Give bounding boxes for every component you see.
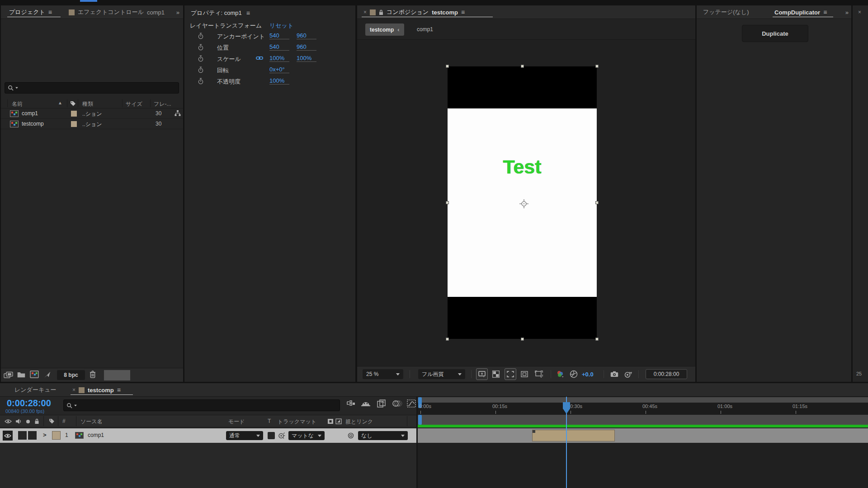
track-matte-pickwhip-icon[interactable] — [278, 432, 285, 440]
selection-handle[interactable] — [595, 65, 599, 68]
position-label[interactable]: 位置 — [217, 44, 229, 52]
resolution-dropdown[interactable]: フル画質 — [418, 369, 465, 379]
work-area-top-band[interactable] — [418, 397, 868, 403]
stopwatch-icon[interactable] — [198, 33, 203, 39]
graph-editor-icon[interactable] — [407, 399, 416, 408]
anchor-y-value[interactable]: 960 — [297, 32, 316, 39]
timeline-empty-right[interactable] — [418, 443, 868, 488]
col-parent-link[interactable]: 親とリンク — [345, 418, 373, 426]
col-size[interactable]: サイズ — [126, 100, 142, 108]
col-source-name[interactable]: ソース名 — [80, 418, 103, 426]
layer-mode-dropdown[interactable]: 通常 — [226, 431, 263, 440]
panel-menu-icon[interactable]: ≡ — [117, 386, 121, 394]
anchor-point-icon[interactable] — [519, 198, 529, 209]
comp-viewer[interactable]: Test — [357, 40, 695, 366]
stopwatch-icon[interactable] — [198, 44, 203, 51]
region-of-interest-icon[interactable] — [505, 368, 516, 380]
snapshot-camera-icon[interactable] — [609, 370, 619, 379]
exposure-value[interactable]: +0.0 — [582, 371, 594, 378]
project-search[interactable] — [5, 82, 179, 94]
canvas-text-layer[interactable]: Test — [448, 156, 597, 178]
col-layer-number[interactable]: # — [62, 418, 66, 424]
track-matte-dropdown[interactable]: マットな — [288, 431, 325, 440]
link-dimensions-icon[interactable] — [256, 56, 263, 60]
composition-mini-flowchart-icon[interactable] — [346, 400, 355, 408]
solo-column-icon[interactable] — [26, 420, 30, 423]
timeline-search[interactable] — [63, 399, 340, 411]
layer-row-comp1[interactable]: > 1 comp1 通常 マットな なし — [0, 428, 416, 443]
color-depth-button[interactable]: 8 bpc — [57, 370, 85, 380]
scale-y-value[interactable]: 100% — [297, 55, 316, 62]
more-panels-chevron[interactable]: » — [176, 5, 179, 19]
panel-menu-icon[interactable]: ≡ — [461, 9, 465, 16]
opacity-value[interactable]: 100% — [269, 77, 289, 84]
transparency-grid-icon[interactable] — [491, 370, 500, 379]
work-area-bar[interactable] — [418, 415, 868, 425]
label-color-swatch[interactable] — [71, 121, 77, 127]
breadcrumb-parent[interactable]: comp1 — [417, 26, 433, 33]
selection-handle[interactable] — [446, 65, 449, 68]
layer-visibility-toggle[interactable] — [3, 431, 13, 441]
col-frame-rate[interactable]: フレ-... — [154, 100, 171, 108]
comp-canvas[interactable]: Test — [448, 66, 597, 339]
anchor-point-label[interactable]: アンカーポイント — [217, 33, 265, 41]
close-icon[interactable]: × — [72, 387, 75, 393]
layer-track-lane[interactable] — [418, 428, 868, 443]
new-composition-icon[interactable] — [30, 371, 39, 378]
motion-blur-icon[interactable] — [392, 399, 402, 407]
transform-section-label[interactable]: レイヤートランスフォーム — [190, 22, 262, 30]
close-icon[interactable]: × — [363, 9, 367, 15]
trash-icon[interactable] — [90, 371, 96, 378]
project-search-input[interactable] — [20, 85, 176, 91]
parent-link-dropdown[interactable]: なし — [358, 431, 408, 440]
layer-label-swatch[interactable] — [52, 431, 61, 440]
frame-blending-icon[interactable] — [377, 399, 386, 408]
matte-square-icon[interactable] — [327, 418, 334, 424]
panel-menu-icon[interactable]: ≡ — [48, 9, 52, 16]
project-row-comp1[interactable]: comp1 ..ション 30 — [1, 108, 183, 119]
tab-effect-controls[interactable]: エフェクトコントロール comp1 — [69, 5, 165, 19]
stopwatch-icon[interactable] — [198, 55, 203, 62]
close-icon[interactable]: × — [858, 9, 861, 15]
duplicate-button[interactable]: Duplicate — [742, 25, 808, 42]
exposure-shutter-icon[interactable] — [569, 369, 579, 379]
scale-label[interactable]: スケール — [217, 55, 241, 63]
breadcrumb-current[interactable]: testcomp ‹ — [365, 23, 404, 36]
more-panels-chevron[interactable]: » — [845, 5, 849, 19]
label-color-swatch[interactable] — [71, 111, 77, 117]
stopwatch-icon[interactable] — [198, 66, 203, 73]
col-mode[interactable]: モード — [228, 418, 245, 426]
label-tag-icon[interactable] — [70, 101, 76, 107]
guides-options-icon[interactable] — [520, 370, 529, 379]
show-snapshot-icon[interactable] — [623, 370, 633, 379]
timeline-empty-left[interactable] — [0, 443, 416, 488]
col-name[interactable]: 名前 — [12, 100, 23, 108]
selection-handle[interactable] — [446, 201, 449, 204]
scale-x-value[interactable]: 100% — [269, 55, 289, 62]
panel-menu-icon[interactable]: ≡ — [823, 9, 827, 16]
audio-column-icon[interactable] — [15, 418, 21, 424]
lock-column-icon[interactable] — [34, 418, 39, 424]
anchor-x-value[interactable]: 540 — [269, 32, 289, 39]
channel-rgb-icon[interactable] — [555, 369, 565, 379]
selection-handle[interactable] — [446, 338, 449, 341]
layer-solo-toggle[interactable] — [18, 431, 27, 440]
flowchart-icon[interactable] — [175, 110, 181, 116]
current-time-display[interactable]: 0:00:28:00 — [7, 398, 51, 408]
position-y-value[interactable]: 960 — [297, 43, 316, 51]
matte-flag-icon[interactable] — [335, 418, 342, 424]
interpret-footage-icon[interactable] — [4, 371, 14, 379]
opacity-label[interactable]: 不透明度 — [217, 78, 241, 86]
selection-handle[interactable] — [521, 338, 524, 341]
project-row-testcomp[interactable]: testcomp ..ション 30 — [1, 119, 183, 129]
layer-lock-toggle[interactable] — [28, 431, 37, 440]
timeline-ruler[interactable]: 0:00s 00:15s 00:30s 00:45s 01:00s 01:15s — [418, 397, 868, 415]
tab-render-queue[interactable]: レンダーキュー — [14, 383, 57, 397]
new-folder-icon[interactable] — [17, 371, 25, 378]
tab-footage[interactable]: フッテージ(なし) — [703, 5, 749, 19]
comp-timecode-box[interactable]: 0:00:28:00 — [646, 369, 687, 379]
timeline-search-input[interactable] — [79, 402, 337, 408]
selection-handle[interactable] — [521, 65, 524, 68]
sort-asc-icon[interactable]: ▲ — [58, 100, 62, 105]
layer-name[interactable]: comp1 — [88, 432, 104, 438]
